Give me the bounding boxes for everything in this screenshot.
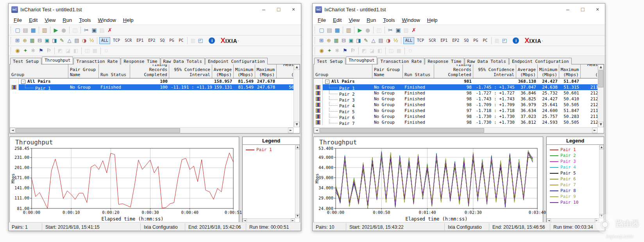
menu-item-edit[interactable]: Edit	[329, 16, 345, 24]
checkered-flag-icon[interactable]: ⚐	[45, 47, 53, 55]
test-designer-icon[interactable]: △	[66, 37, 73, 44]
tab-response-time[interactable]: Response Time	[121, 58, 160, 64]
tab-endpoint-configuration[interactable]: Endpoint Configuration	[509, 58, 572, 64]
collapse-expander-icon[interactable]: -	[21, 80, 25, 84]
refresh-results-icon[interactable]: ◑	[80, 37, 88, 44]
column-header-timing-records-completed[interactable]: Timing Records Completed	[434, 64, 473, 78]
save-test-icon[interactable]: ▦	[333, 26, 341, 34]
filter-scr[interactable]: SCR	[427, 37, 438, 44]
menu-item-file[interactable]: File	[10, 16, 25, 24]
filter-ep2[interactable]: EP2	[146, 37, 157, 44]
move-up-icon[interactable]: ◩	[360, 47, 368, 55]
row-pair-2[interactable]: Pair 2No GroupFinished98-1.727 : +1.7273…	[314, 90, 597, 96]
tab-transaction-rate[interactable]: Transaction Rate	[377, 58, 424, 64]
row-pair-1[interactable]: Pair 1No GroupFinished98-1.745 : +1.7453…	[314, 84, 597, 90]
filter-sq[interactable]: SQ	[158, 37, 166, 44]
move-down-icon[interactable]: ◪	[64, 47, 72, 55]
join-endpoints-icon[interactable]: ◫	[387, 47, 395, 55]
menu-item-tools[interactable]: Tools	[379, 16, 398, 24]
join-endpoints-icon[interactable]: ◫	[83, 47, 91, 55]
copy-results-icon[interactable]: ▤	[73, 37, 80, 44]
column-header-average-mbps[interactable]: Average (Mbps)	[212, 64, 234, 78]
scroll-up-arrow[interactable]: ▲	[599, 145, 604, 149]
wizard-icon[interactable]: ✦	[326, 47, 333, 55]
scroll-down-arrow[interactable]: ▼	[598, 122, 604, 127]
filter-pc[interactable]: PC	[481, 37, 489, 44]
add-group-icon[interactable]: ⊕	[325, 37, 333, 44]
menu-item-help[interactable]: Help	[120, 16, 137, 24]
legend-item-pair-1[interactable]: Pair 1	[550, 147, 599, 153]
filter-pc[interactable]: PC	[177, 37, 185, 44]
delete-icon[interactable]: ✗	[106, 26, 114, 34]
scrollbar-thumb[interactable]	[320, 128, 484, 133]
menu-item-help[interactable]: Help	[424, 16, 441, 24]
scroll-up-arrow[interactable]: ▲	[295, 145, 300, 149]
table-vertical-scrollbar[interactable]: ▲▼	[597, 64, 604, 127]
split-endpoints-icon[interactable]: ▩	[91, 47, 99, 55]
table-horizontal-scrollbar[interactable]: ◄►	[10, 127, 293, 133]
legend-item-pair-7[interactable]: Pair 7	[550, 182, 599, 188]
tab-test-setup[interactable]: Test Setup	[10, 58, 41, 64]
row-pair-6[interactable]: Pair 6No GroupFinished98-1.730 : +1.7303…	[314, 114, 597, 119]
voip-pair-icon[interactable]: ◨	[51, 37, 58, 44]
edit-script-icon[interactable]: ✎	[362, 37, 370, 44]
replicate-pair-icon[interactable]: ⊟	[36, 37, 43, 44]
move-down-icon[interactable]: ◪	[368, 47, 376, 55]
scroll-left-arrow[interactable]: ◄	[314, 128, 319, 133]
save-results-icon[interactable]: ◉	[318, 47, 326, 55]
finish-flag-icon[interactable]: ⚑	[37, 47, 45, 55]
filter-all[interactable]: ALL	[99, 37, 110, 44]
pause-test-icon[interactable]: ◫	[71, 26, 79, 34]
info-icon[interactable]: i	[209, 37, 215, 44]
add-pair-icon[interactable]: ⊞	[318, 37, 325, 44]
split-endpoints-icon[interactable]: ▩	[395, 47, 403, 55]
title-bar[interactable]: IxC IxChariot Test - untitled1.tst –□×	[313, 4, 605, 15]
scroll-down-arrow[interactable]: ▼	[599, 214, 604, 218]
filter-pg[interactable]: PG	[167, 37, 176, 44]
move-up-icon[interactable]: ◩	[56, 47, 64, 55]
new-test-icon[interactable]: ▢	[318, 26, 326, 34]
one-to-many-icon[interactable]: ½	[88, 37, 95, 44]
column-header-minimum-mbps[interactable]: Minimum (Mbps)	[234, 64, 255, 78]
column-header-group[interactable]: Group	[10, 64, 68, 78]
scroll-right-arrow[interactable]: ►	[592, 128, 597, 133]
pause-test-icon[interactable]: ◫	[375, 26, 383, 34]
video-pair-icon[interactable]: ▣	[347, 37, 355, 44]
tab-throughput[interactable]: Throughput	[346, 57, 377, 64]
scroll-down-arrow[interactable]: ▼	[294, 122, 300, 127]
column-header-maximum-mbps[interactable]: Maximum (Mbps)	[255, 64, 277, 78]
delete-icon[interactable]: ✗	[410, 26, 418, 34]
scrollbar-thumb[interactable]	[16, 128, 180, 133]
paste-icon[interactable]: ▨	[98, 26, 106, 34]
filter-all[interactable]: ALL	[403, 37, 414, 44]
export-icon[interactable]: ◰	[197, 37, 204, 44]
column-header-pair-group-name[interactable]: Pair Group Name	[372, 64, 403, 78]
tab-throughput[interactable]: Throughput	[42, 57, 73, 64]
cut-icon[interactable]: ✂	[82, 26, 90, 34]
tab-raw-data-totals[interactable]: Raw Data Totals	[161, 58, 205, 64]
abort-run-icon[interactable]: ✱	[29, 47, 37, 55]
print-icon[interactable]: ▥	[41, 26, 48, 34]
run-test-icon[interactable]: ▶	[356, 26, 364, 34]
stop-test-icon[interactable]: ●	[60, 26, 68, 34]
maximize-button[interactable]: □	[271, 4, 286, 15]
voip-pair-icon[interactable]: ◨	[355, 37, 362, 44]
export-icon[interactable]: ◰	[501, 37, 508, 44]
cut-icon[interactable]: ✂	[386, 26, 394, 34]
paste-icon[interactable]: ▨	[402, 26, 410, 34]
table-horizontal-scrollbar[interactable]: ◄►	[314, 127, 597, 133]
close-button[interactable]: ×	[590, 4, 605, 15]
row-pair-3[interactable]: Pair 3No GroupFinished98-1.743 : +1.7433…	[314, 96, 597, 102]
minimize-button[interactable]: –	[560, 4, 575, 15]
legend-vertical-scrollbar[interactable]: ▲▼	[295, 145, 300, 218]
collapse-expander-icon[interactable]: -	[325, 80, 329, 84]
menu-item-run[interactable]: Run	[59, 16, 75, 24]
tab-raw-data-totals[interactable]: Raw Data Totals	[465, 58, 509, 64]
abort-run-icon[interactable]: ✱	[333, 47, 341, 55]
legend-item-pair-8[interactable]: Pair 8	[550, 188, 599, 194]
close-button[interactable]: ×	[286, 4, 301, 15]
filter-ep1[interactable]: EP1	[134, 37, 145, 44]
filter-pg[interactable]: PG	[471, 37, 480, 44]
tab-endpoint-configuration[interactable]: Endpoint Configuration	[205, 58, 268, 64]
column-header-maximum-mbps[interactable]: Maximum (Mbps)	[559, 64, 581, 78]
